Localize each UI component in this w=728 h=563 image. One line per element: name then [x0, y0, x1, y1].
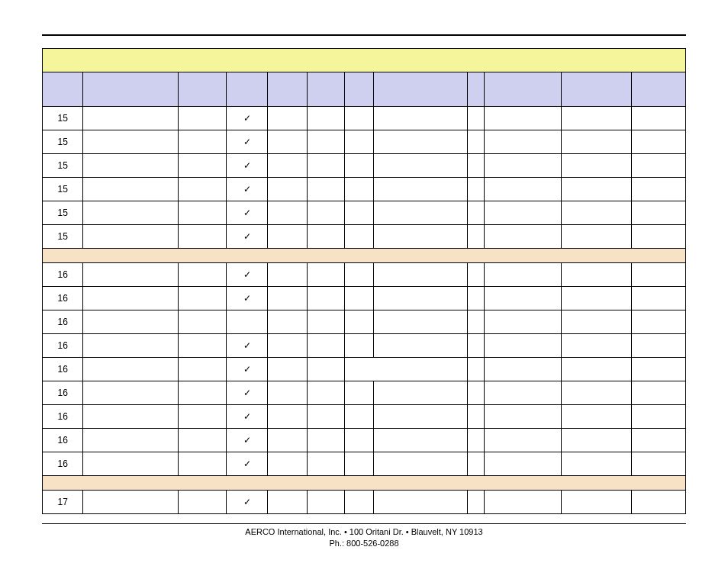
cell-id: 15	[43, 201, 83, 225]
footer-line-1: AERCO International, Inc. • 100 Oritani …	[0, 526, 728, 538]
page-footer: AERCO International, Inc. • 100 Oritani …	[0, 523, 728, 549]
table-row: 15 ✓	[43, 107, 686, 130]
cell-id: 16	[43, 405, 83, 429]
col-header	[179, 72, 227, 107]
title-band	[43, 49, 686, 72]
check-icon: ✓	[226, 130, 267, 154]
col-header	[373, 72, 467, 107]
cell-id: 15	[43, 107, 83, 130]
check-icon: ✓	[226, 263, 267, 287]
check-icon: ✓	[226, 201, 267, 225]
col-header	[43, 72, 83, 107]
check-icon: ✓	[226, 178, 267, 201]
table-row: 15 ✓	[43, 178, 686, 201]
col-header	[307, 72, 344, 107]
check-icon: ✓	[226, 107, 267, 130]
check-icon: ✓	[226, 491, 267, 514]
col-header	[268, 72, 307, 107]
table-row: 17 ✓	[43, 491, 686, 514]
col-header	[226, 72, 267, 107]
cell-id: 16	[43, 358, 83, 381]
col-header	[345, 72, 373, 107]
check-icon: ✓	[226, 287, 267, 310]
cell-id: 16	[43, 263, 83, 287]
cell-id: 15	[43, 225, 83, 249]
cell-id: 16	[43, 287, 83, 310]
col-header	[561, 72, 632, 107]
table-row: 15 ✓	[43, 225, 686, 249]
footer-line-2: Ph.: 800-526-0288	[0, 538, 728, 549]
page-top-rule	[42, 34, 686, 36]
table-row: 16 ✓	[43, 381, 686, 405]
cell-id: 15	[43, 178, 83, 201]
table-row: 15 ✓	[43, 201, 686, 225]
column-header-row	[43, 72, 686, 107]
table-row: 16 ✓	[43, 405, 686, 429]
table-row: 15 ✓	[43, 130, 686, 154]
section-divider	[43, 476, 686, 491]
table-row: 16 ✓	[43, 358, 686, 381]
col-header	[484, 72, 561, 107]
check-icon: ✓	[226, 358, 267, 381]
check-icon: ✓	[226, 154, 267, 178]
check-icon: ✓	[226, 452, 267, 476]
check-icon: ✓	[226, 225, 267, 249]
cell-id: 17	[43, 491, 83, 514]
table-row: 16 ✓	[43, 287, 686, 310]
check-icon: ✓	[226, 381, 267, 405]
cell-id: 15	[43, 130, 83, 154]
data-table: 15 ✓ 15 ✓ 15 ✓ 15 ✓	[42, 48, 686, 514]
cell-id: 16	[43, 381, 83, 405]
cell-id: 16	[43, 334, 83, 358]
table-row: 16 ✓	[43, 334, 686, 358]
cell-id: 16	[43, 429, 83, 452]
section-divider	[43, 249, 686, 263]
table-row: 15 ✓	[43, 154, 686, 178]
cell-id: 16	[43, 310, 83, 334]
col-header	[632, 72, 686, 107]
table-row: 16	[43, 310, 686, 334]
cell-id: 16	[43, 452, 83, 476]
col-header	[467, 72, 484, 107]
cell-id: 15	[43, 154, 83, 178]
table-row: 16 ✓	[43, 452, 686, 476]
col-header	[83, 72, 179, 107]
check-icon: ✓	[226, 334, 267, 358]
table-row: 16 ✓	[43, 429, 686, 452]
table-row: 16 ✓	[43, 263, 686, 287]
check-icon: ✓	[226, 405, 267, 429]
check-icon: ✓	[226, 429, 267, 452]
